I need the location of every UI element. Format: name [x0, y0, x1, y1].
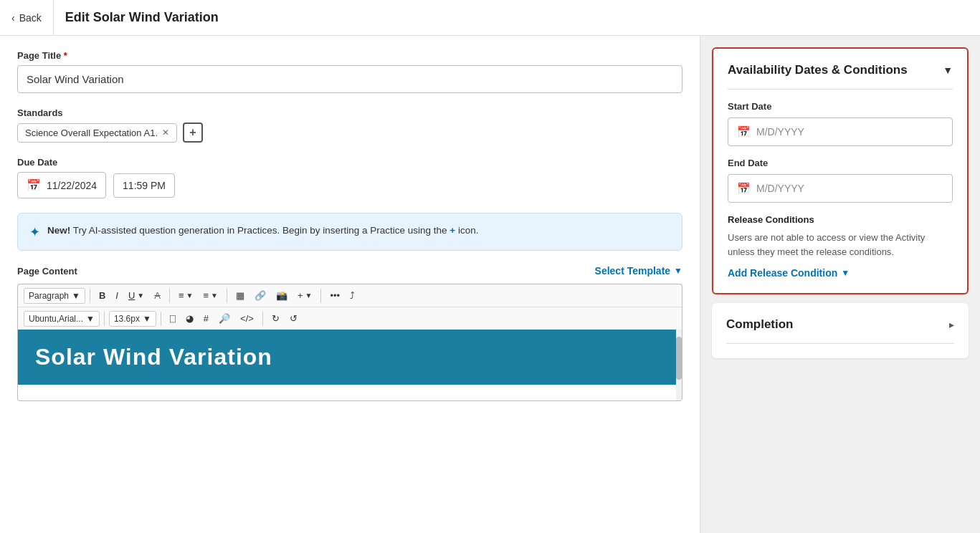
fullscreen-icon: ⤴: [350, 290, 355, 301]
editor-area[interactable]: Solar Wind Variation: [17, 330, 682, 401]
more-button[interactable]: •••: [325, 287, 344, 304]
select-template-button[interactable]: Select Template ▼: [595, 265, 682, 277]
list-chevron-icon: ▼: [211, 292, 218, 299]
page-title: Edit Solar Wind Variation: [65, 10, 219, 25]
add-standard-button[interactable]: +: [183, 123, 203, 143]
number-format-icon: #: [204, 313, 209, 324]
page-title-label: Page Title *: [17, 50, 682, 61]
main-layout: Page Title * Standards Science Overall E…: [0, 36, 980, 533]
toolbar-separator-3: [227, 289, 227, 303]
redo-button[interactable]: ↺: [285, 310, 302, 327]
required-indicator: *: [61, 50, 67, 61]
size-chevron-icon: ▼: [143, 314, 151, 324]
calendar-icon: 📅: [27, 178, 41, 192]
insert-button[interactable]: + ▼: [293, 287, 317, 304]
release-conditions-title: Release Conditions: [728, 214, 953, 225]
color-highlight-icon: ◕: [186, 313, 194, 324]
page-title-input[interactable]: [17, 65, 682, 93]
due-time-input[interactable]: 11:59 PM: [113, 173, 175, 198]
redo-icon: ↺: [290, 313, 298, 324]
underline-icon: U: [128, 290, 135, 301]
link-button[interactable]: 🔗: [250, 287, 270, 304]
style-select[interactable]: Paragraph ▼: [24, 288, 85, 304]
toolbar-separator-7: [262, 312, 263, 326]
align-button[interactable]: ≡ ▼: [174, 287, 198, 304]
more-icon: •••: [330, 290, 340, 301]
due-date-label: Due Date: [17, 157, 682, 168]
standard-tag: Science Overall Expectation A1. ✕: [17, 123, 177, 143]
toolbar-row-1: Paragraph ▼ B I U ▼ A ≡: [18, 284, 682, 307]
availability-card-title: Availability Dates & Conditions: [728, 63, 908, 77]
completion-divider: [726, 343, 954, 344]
end-date-input[interactable]: 📅 M/D/YYYY: [728, 174, 953, 203]
back-button[interactable]: ‹ Back: [11, 0, 54, 35]
fullscreen-button[interactable]: ⤴: [346, 287, 359, 304]
add-release-condition-button[interactable]: Add Release Condition ▼: [728, 267, 850, 279]
content-title-text: Solar Wind Variation: [35, 344, 272, 370]
ai-banner-text: New! Try AI-assisted question generation…: [47, 224, 478, 238]
style-select-label: Paragraph: [29, 291, 69, 301]
availability-divider: [728, 89, 953, 90]
style-chevron-icon: ▼: [72, 291, 80, 301]
strikethrough-button[interactable]: A: [150, 287, 165, 304]
list-icon: ≡: [203, 290, 209, 301]
toolbar-separator-5: [104, 312, 105, 326]
toolbar-separator-4: [320, 289, 321, 303]
format-paint-button[interactable]: ⎕: [166, 310, 180, 327]
table-icon: ▦: [236, 290, 244, 301]
standards-row: Science Overall Expectation A1. ✕ +: [17, 123, 682, 143]
due-time-value: 11:59 PM: [123, 180, 166, 191]
completion-arrow-icon[interactable]: ▸: [949, 319, 954, 330]
end-date-calendar-icon: 📅: [737, 182, 751, 195]
end-date-placeholder: M/D/YYYY: [756, 183, 804, 194]
bold-button[interactable]: B: [95, 287, 110, 304]
undo-icon: ↻: [272, 313, 280, 324]
search-replace-button[interactable]: 🔎: [214, 310, 234, 327]
number-format-button[interactable]: #: [199, 310, 213, 327]
font-chevron-icon: ▼: [86, 314, 95, 324]
availability-card: Availability Dates & Conditions ▼ Start …: [712, 47, 969, 294]
list-button[interactable]: ≡ ▼: [199, 287, 222, 304]
page-content-label: Page Content: [17, 266, 77, 277]
start-date-calendar-icon: 📅: [737, 125, 751, 138]
link-icon: 🔗: [254, 290, 266, 301]
standards-section: Standards Science Overall Expectation A1…: [17, 107, 682, 143]
due-date-section: Due Date 📅 11/22/2024 11:59 PM: [17, 157, 682, 198]
ai-sparkle-icon: ✦: [29, 224, 40, 240]
chevron-down-icon: ▼: [674, 266, 682, 276]
page-content-section: Page Content Select Template ▼ Paragraph…: [17, 265, 682, 401]
editor-scrollbar[interactable]: [676, 330, 682, 400]
standard-tag-label: Science Overall Expectation A1.: [25, 128, 158, 138]
completion-title: Completion: [726, 317, 794, 332]
image-button[interactable]: 📸: [272, 287, 292, 304]
content-title-banner: Solar Wind Variation: [18, 330, 676, 385]
toolbar-separator-6: [161, 312, 161, 326]
due-date-input[interactable]: 📅 11/22/2024: [17, 172, 106, 198]
align-chevron-icon: ▼: [186, 292, 194, 299]
tag-close-icon[interactable]: ✕: [162, 128, 169, 138]
availability-chevron-down-icon[interactable]: ▼: [943, 64, 953, 76]
italic-button[interactable]: I: [111, 287, 123, 304]
start-date-input[interactable]: 📅 M/D/YYYY: [728, 117, 953, 146]
editor-scrollbar-thumb: [676, 337, 682, 380]
availability-card-header: Availability Dates & Conditions ▼: [728, 63, 953, 77]
size-select[interactable]: 13.6px ▼: [109, 311, 156, 327]
page-content-header: Page Content Select Template ▼: [17, 265, 682, 277]
image-icon: 📸: [276, 290, 287, 301]
font-select-label: Ubuntu,Arial...: [29, 314, 83, 324]
ai-link[interactable]: +: [449, 225, 455, 236]
table-button[interactable]: ▦: [232, 287, 249, 304]
font-select[interactable]: Ubuntu,Arial... ▼: [24, 311, 100, 327]
ai-new-label: New!: [47, 225, 70, 236]
strikethrough-icon: A: [154, 290, 161, 301]
underline-button[interactable]: U ▼: [124, 287, 148, 304]
page-title-section: Page Title *: [17, 50, 682, 93]
toolbar-row-2: Ubuntu,Arial... ▼ 13.6px ▼ ⎕ ◕: [18, 307, 682, 330]
standards-label: Standards: [17, 107, 682, 118]
color-highlight-button[interactable]: ◕: [181, 310, 198, 327]
back-label: Back: [19, 12, 42, 24]
align-icon: ≡: [179, 290, 184, 301]
format-paint-icon: ⎕: [170, 313, 176, 324]
undo-button[interactable]: ↻: [267, 310, 284, 327]
source-code-button[interactable]: </>: [236, 310, 258, 327]
